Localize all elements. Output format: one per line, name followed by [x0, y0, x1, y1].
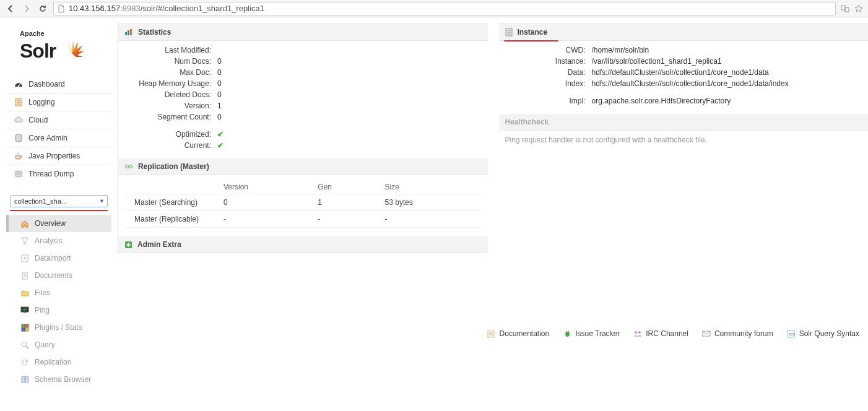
svg-point-42 [565, 332, 569, 337]
value-version: 1 [217, 102, 482, 110]
value-maxdoc: 0 [217, 68, 482, 77]
nav-coreadmin[interactable]: Core Admin [6, 129, 111, 147]
subnav-label: Query [35, 340, 55, 349]
browser-chrome: 10.43.156.157:8983/solr/#/collection1_sh… [0, 0, 868, 17]
link-documentation[interactable]: Documentation [487, 329, 549, 338]
statistics-header: Statistics [118, 24, 488, 41]
translate-icon[interactable] [841, 4, 849, 13]
search-icon [20, 340, 30, 350]
funnel-icon [20, 236, 30, 246]
subnav-label: Dataimport [35, 254, 71, 262]
svg-point-50 [638, 331, 641, 334]
forward-button[interactable] [21, 3, 32, 14]
svg-point-49 [635, 331, 637, 334]
url-path: /solr/#/collection1_shard1_replica1 [141, 4, 264, 13]
subnav-dataimport[interactable]: Dataimport [6, 249, 111, 267]
nav-dashboard[interactable]: Dashboard [6, 76, 111, 93]
svg-point-11 [15, 175, 22, 177]
label-numdocs: Num Docs: [124, 57, 217, 66]
svg-line-43 [565, 333, 566, 334]
coffee-icon [14, 151, 24, 161]
book-icon [20, 374, 30, 384]
subnav-replication[interactable]: Replication [6, 353, 111, 371]
subnav-overview[interactable]: Overview [6, 215, 111, 232]
highlight-underline [10, 210, 108, 211]
svg-point-47 [566, 331, 567, 332]
subnav-label: Plugins / Stats [35, 323, 82, 332]
label-index: Index: [505, 79, 592, 88]
bookmark-star-icon[interactable] [854, 4, 863, 13]
nav-label: Java Properties [28, 152, 80, 160]
svg-line-24 [26, 346, 28, 348]
label-maxdoc: Max Doc: [124, 68, 217, 77]
col-version: Version [217, 180, 311, 194]
sidebar: Apache Solr [0, 17, 111, 411]
section-title: Healthcheck [505, 118, 549, 126]
svg-point-28 [126, 165, 129, 168]
nav-cloud[interactable]: Cloud [6, 111, 111, 129]
link-forum[interactable]: Community forum [702, 329, 773, 338]
subnav-query[interactable]: Query [6, 336, 111, 353]
subnav-plugins[interactable]: Plugins / Stats [6, 319, 111, 336]
subnav-ping[interactable]: Ping [6, 301, 111, 319]
subnav-label: Ping [35, 306, 50, 314]
nav-label: Thread Dump [28, 170, 74, 178]
label-lastmod: Last Modified: [124, 46, 217, 54]
svg-rect-20 [25, 324, 28, 327]
database-icon [14, 133, 24, 143]
svg-line-45 [565, 335, 566, 335]
healthcheck-header: Healthcheck [499, 114, 869, 131]
cell-gen: 1 [311, 194, 378, 211]
label-segcount: Segment Count: [124, 113, 217, 121]
value-current: ✔ [217, 141, 482, 150]
cloud-icon [14, 115, 24, 125]
svg-rect-18 [24, 313, 26, 313]
link-label: Issue Tracker [575, 329, 620, 338]
nav-logging[interactable]: Logging [6, 93, 111, 111]
link-querysyntax[interactable]: <>Solr Query Syntax [787, 329, 859, 338]
svg-line-44 [569, 333, 570, 334]
nav-label: Cloud [28, 116, 48, 124]
label-optimized: Optimized: [124, 124, 217, 139]
instance-list: CWD:/home/mr/solr/bin Instance:/var/lib/… [505, 46, 862, 105]
checkmark-icon: ✔ [217, 141, 224, 150]
plus-icon [124, 241, 132, 249]
svg-point-29 [129, 165, 132, 168]
subnav-files[interactable]: Files [6, 284, 111, 301]
nav-javaprops[interactable]: Java Properties [6, 147, 111, 165]
doc-icon [487, 329, 495, 338]
label-data: Data: [505, 68, 592, 77]
back-button[interactable] [5, 3, 16, 14]
adminextra-header[interactable]: Admin Extra [118, 236, 488, 253]
nav-label: Logging [28, 98, 55, 106]
folder-icon [20, 288, 30, 298]
link-label: IRC Channel [646, 329, 688, 338]
subnav-documents[interactable]: Documents [6, 267, 111, 284]
svg-rect-27 [130, 29, 132, 35]
link-irc[interactable]: IRC Channel [633, 329, 688, 338]
nav-threaddump[interactable]: Thread Dump [6, 165, 111, 183]
svg-line-46 [569, 335, 570, 335]
svg-text:<>: <> [789, 331, 795, 337]
address-bar[interactable]: 10.43.156.157:8983/solr/#/collection1_sh… [53, 2, 836, 15]
core-selector[interactable]: collection1_sha... ▼ [10, 195, 108, 207]
subnav-analysis[interactable]: Analysis [6, 232, 111, 249]
label-current: Current: [124, 141, 217, 150]
link-issuetracker[interactable]: Issue Tracker [563, 329, 620, 338]
svg-rect-25 [125, 32, 127, 35]
col-gen: Gen [311, 180, 378, 194]
section-title: Instance [518, 28, 548, 37]
logo-solr: Solr [20, 40, 56, 63]
barchart-icon [124, 28, 133, 36]
cell-size: 53 bytes [379, 194, 482, 211]
reload-button[interactable] [37, 3, 48, 14]
subnav-label: Overview [35, 219, 66, 228]
svg-rect-19 [22, 324, 25, 327]
row-label: Master (Searching) [124, 194, 217, 211]
subnav-label: Schema Browser [35, 375, 91, 384]
subnav-schema[interactable]: Schema Browser [6, 371, 111, 388]
svg-rect-21 [22, 328, 25, 331]
value-lastmod [217, 46, 482, 54]
subnav-label: Files [35, 288, 50, 297]
row-label: Master (Replicable) [124, 211, 217, 228]
